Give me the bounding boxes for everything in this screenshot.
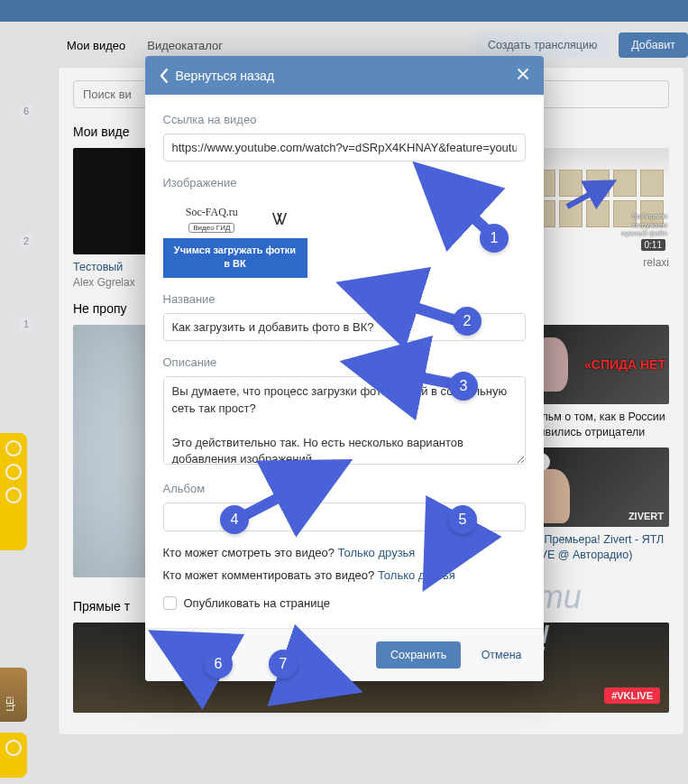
thumb-caption-line: Учимся загружать фотки	[167, 244, 304, 257]
video-link-input[interactable]	[163, 134, 526, 161]
video-thumbnail-preview[interactable]: Soc-FAQ.ru Видео ГИД Ꮤ Учимся загружать …	[163, 197, 307, 278]
modal-header: Вернуться назад	[145, 56, 544, 95]
label-description: Описание	[163, 355, 526, 369]
privacy-view-row: Кто может смотреть это видео? Только дру…	[163, 546, 526, 559]
label-image: Изображение	[163, 176, 526, 189]
publish-checkbox-label: Опубликовать на странице	[184, 596, 331, 610]
back-label: Вернуться назад	[176, 69, 275, 83]
label-video-link: Ссылка на видео	[163, 113, 526, 126]
annotation-badge-4: 4	[220, 505, 249, 534]
thumb-logo-title: Soc-FAQ.ru	[186, 206, 238, 219]
privacy-comment-question: Кто может комментировать это видео?	[163, 568, 378, 582]
add-video-modal: Вернуться назад Ссылка на видео Изображе…	[145, 56, 544, 681]
modal-overlay: Вернуться назад Ссылка на видео Изображе…	[0, 0, 688, 784]
chevron-left-icon	[160, 69, 169, 83]
cancel-button[interactable]: Отмена	[478, 641, 526, 669]
modal-body: Ссылка на видео Изображение Soc-FAQ.ru В…	[145, 95, 544, 628]
label-title: Название	[163, 292, 526, 306]
privacy-comment-row: Кто может комментировать это видео? Толь…	[163, 568, 526, 582]
annotation-badge-6: 6	[204, 650, 233, 678]
close-icon	[517, 68, 529, 80]
annotation-badge-3: 3	[449, 372, 478, 401]
privacy-view-link[interactable]: Только друзья	[338, 546, 416, 559]
thumb-logo-subtitle: Видео ГИД	[188, 223, 234, 233]
publish-checkbox[interactable]	[163, 596, 177, 610]
privacy-comment-link[interactable]: Только друзья	[378, 568, 455, 582]
save-button[interactable]: Сохранить	[376, 641, 461, 669]
vk-logo-icon: Ꮤ	[272, 210, 284, 229]
label-album: Альбом	[163, 482, 526, 495]
annotation-badge-5: 5	[448, 505, 477, 534]
publish-checkbox-row[interactable]: Опубликовать на странице	[163, 596, 526, 610]
back-button[interactable]: Вернуться назад	[160, 69, 275, 83]
thumb-caption-line: в ВК	[167, 257, 304, 271]
annotation-badge-2: 2	[453, 307, 482, 336]
modal-footer: Сохранить Отмена	[145, 628, 544, 681]
privacy-view-question: Кто может смотреть это видео?	[163, 546, 338, 559]
annotation-badge-7: 7	[269, 650, 298, 678]
annotation-badge-1: 1	[480, 224, 509, 253]
close-button[interactable]	[517, 68, 529, 83]
